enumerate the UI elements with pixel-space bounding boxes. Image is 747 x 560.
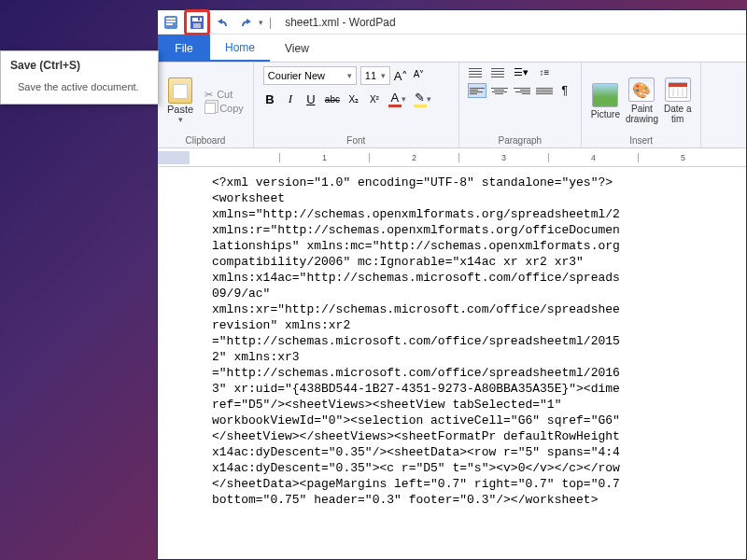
picture-label: Picture [591,109,620,119]
bullets-button[interactable]: ☰▾ [514,66,529,78]
cut-label: Cut [217,89,233,100]
ruler-mark: 4 [548,153,638,162]
insert-paint-button[interactable]: 🎨 Paint drawing [626,77,658,124]
scissors-icon [204,89,213,101]
picture-icon [592,83,618,107]
home-tab[interactable]: Home [210,35,270,62]
italic-button[interactable]: I [284,91,297,106]
save-button[interactable] [188,13,206,32]
paste-button[interactable]: Paste ▾ [167,77,193,124]
paragraph-group-label: Paragraph [498,135,542,146]
copy-label: Copy [219,103,244,114]
subscript-button[interactable]: X₂ [347,94,360,105]
align-left-button[interactable] [469,84,486,97]
horizontal-ruler[interactable]: 1 2 3 4 5 [158,148,746,167]
ribbon: Paste ▾ Cut Copy Clipboard Courier New▾ … [158,63,746,148]
calendar-icon [665,77,691,102]
document-area[interactable]: <?xml version="1.0" encoding="UTF-8" sta… [158,167,746,559]
cut-button[interactable]: Cut [204,89,244,101]
paste-label: Paste [167,104,193,115]
wordpad-window: ▾ | sheet1.xml - WordPad File Home View … [157,9,747,560]
align-center-button[interactable] [491,84,508,97]
insert-picture-button[interactable]: Picture [591,83,620,119]
clipboard-group: Paste ▾ Cut Copy Clipboard [158,63,254,147]
ruler-mark: 3 [458,153,548,162]
window-title: sheet1.xml - WordPad [285,16,396,29]
ribbon-tabs: File Home View [158,35,746,63]
clipboard-group-label: Clipboard [186,135,226,146]
increase-indent-button[interactable] [491,68,504,77]
titlebar: ▾ | sheet1.xml - WordPad [158,10,746,35]
align-right-button[interactable] [514,84,530,97]
svg-rect-5 [192,18,202,21]
copy-icon [204,103,216,114]
insert-group-label: Insert [629,135,653,146]
bold-button[interactable]: B [263,92,276,106]
document-content[interactable]: <?xml version="1.0" encoding="UTF-8" sta… [212,175,746,508]
paste-icon [168,77,192,104]
copy-button[interactable]: Copy [204,103,244,114]
wordpad-app-icon[interactable] [162,13,180,32]
shrink-font-button[interactable]: A˅ [413,69,426,83]
decrease-indent-button[interactable] [469,68,482,77]
grow-font-button[interactable]: A˄ [394,69,409,83]
align-justify-button[interactable] [536,84,553,97]
save-tooltip: Save (Ctrl+S) Save the active document. [0,50,159,105]
insert-datetime-button[interactable]: Date a tim [664,77,691,124]
datetime-label: Date a tim [664,104,691,124]
svg-rect-3 [166,23,173,25]
font-color-button[interactable]: A▾ [388,91,406,107]
save-button-highlight [184,9,210,35]
svg-rect-7 [198,18,200,21]
insert-group: Picture 🎨 Paint drawing Date a tim Inser… [582,63,702,147]
font-group-label: Font [346,135,365,146]
svg-rect-2 [166,21,176,22]
svg-rect-9 [669,83,687,87]
paste-dropdown-icon: ▾ [178,115,183,124]
paragraph-group: ☰▾ ↕≡ ¶ Paragraph [459,63,582,147]
highlight-button[interactable]: ✎▾ [414,91,431,107]
line-spacing-button[interactable]: ↕≡ [538,67,551,77]
paint-label: Paint drawing [626,104,658,124]
file-tab[interactable]: File [158,35,210,62]
tooltip-title: Save (Ctrl+S) [10,59,148,72]
title-separator: | [269,16,272,29]
paint-icon: 🎨 [628,77,655,102]
font-name-select[interactable]: Courier New▾ [263,66,357,85]
ruler-mark: 5 [638,153,727,162]
ruler-margin-indicator [158,151,190,164]
redo-button[interactable] [236,13,255,32]
undo-button[interactable] [214,13,233,32]
paragraph-dialog-button[interactable]: ¶ [558,84,571,97]
strikethrough-button[interactable]: abc [325,94,340,105]
superscript-button[interactable]: X² [368,94,381,105]
underline-button[interactable]: U [304,92,317,106]
font-size-select[interactable]: 11▾ [360,66,390,85]
ruler-mark: 2 [369,153,458,162]
qat-customize-dropdown[interactable]: ▾ [259,18,263,27]
svg-rect-6 [193,23,201,28]
tooltip-body: Save the active document. [10,81,148,92]
svg-rect-1 [166,18,176,20]
view-tab[interactable]: View [270,35,324,62]
quick-access-toolbar: ▾ [162,9,263,35]
font-group: Courier New▾ 11▾ A˄ A˅ B I U abc X₂ X² A… [254,63,459,147]
ruler-mark: 1 [279,153,369,162]
